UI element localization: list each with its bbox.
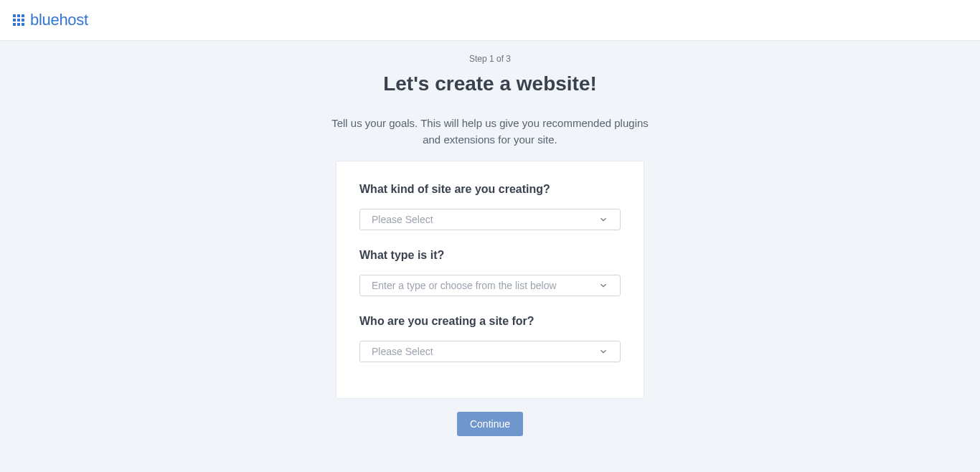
brand-name: bluehost bbox=[30, 11, 88, 29]
select-site-for[interactable]: Please Select bbox=[359, 341, 621, 362]
chevron-down-icon bbox=[598, 346, 608, 357]
page-header: bluehost bbox=[0, 0, 980, 41]
page-subtitle: Tell us your goals. This will help us gi… bbox=[325, 115, 655, 148]
page-title: Let's create a website! bbox=[0, 72, 980, 95]
select-placeholder: Please Select bbox=[372, 346, 598, 357]
select-placeholder: Enter a type or choose from the list bel… bbox=[372, 280, 598, 291]
grid-icon bbox=[13, 14, 24, 26]
brand-logo[interactable]: bluehost bbox=[13, 11, 88, 29]
question-site-for: Who are you creating a site for? bbox=[359, 315, 621, 328]
select-site-kind[interactable]: Please Select bbox=[359, 209, 621, 230]
select-site-type[interactable]: Enter a type or choose from the list bel… bbox=[359, 275, 621, 296]
question-site-kind: What kind of site are you creating? bbox=[359, 183, 621, 196]
select-placeholder: Please Select bbox=[372, 214, 598, 225]
chevron-down-icon bbox=[598, 214, 608, 225]
continue-button[interactable]: Continue bbox=[457, 412, 523, 436]
chevron-down-icon bbox=[598, 280, 608, 291]
main-content: Step 1 of 3 Let's create a website! Tell… bbox=[0, 41, 980, 472]
form-card: What kind of site are you creating? Plea… bbox=[336, 161, 644, 399]
step-indicator: Step 1 of 3 bbox=[0, 54, 980, 64]
question-site-type: What type is it? bbox=[359, 249, 621, 262]
